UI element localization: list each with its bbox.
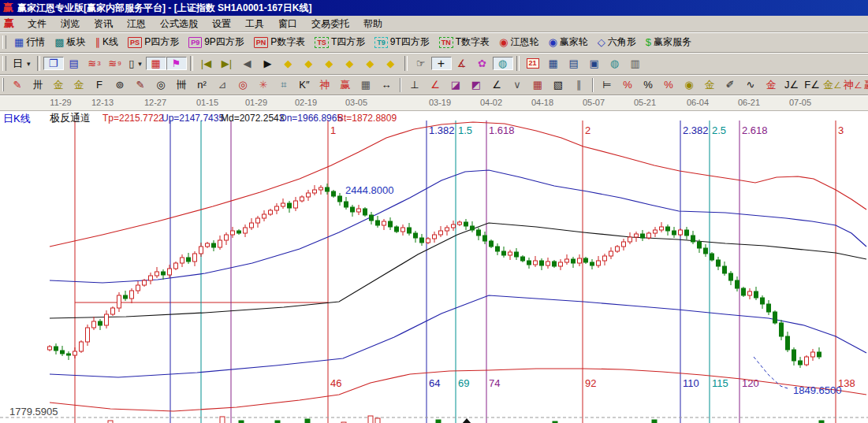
menu-gann[interactable]: 江恩 — [120, 17, 153, 30]
starburst-tool[interactable]: ✳ — [253, 78, 274, 91]
wave9-button[interactable]: ≋9 — [105, 57, 125, 70]
menu-trade[interactable]: 交易委托 — [304, 17, 356, 30]
menu-settings[interactable]: 设置 — [205, 17, 238, 30]
gann-wheel-button[interactable]: ◉江恩轮 — [494, 34, 543, 50]
dropdown-arrow-icon[interactable]: ▾ — [27, 60, 31, 68]
brain-tool-button[interactable]: ◍ — [493, 57, 513, 70]
candlestick-chart[interactable]: 1461.382641.5691.618742922.3821102.51152… — [0, 111, 868, 423]
wave-tool[interactable]: ∿ — [740, 78, 761, 91]
comb-dense-tool[interactable]: 卌 — [171, 78, 192, 91]
f-comb-tool[interactable]: F — [89, 78, 110, 91]
comb-tool[interactable]: 卅 — [28, 78, 48, 91]
v-lines-tool[interactable]: ∨ — [507, 78, 527, 91]
hand-tool-button[interactable]: ☞ — [411, 57, 431, 70]
t-square-button[interactable]: TST四方形 — [310, 34, 370, 50]
shen-comb-tool[interactable]: 神 — [315, 78, 335, 91]
pen-flag-tool[interactable]: ✐ — [720, 78, 740, 91]
toolbar-handle[interactable] — [2, 78, 4, 92]
calculator-button[interactable]: ▦ — [543, 57, 564, 70]
fan-box2-tool[interactable]: ◩ — [466, 78, 486, 91]
calendar-button[interactable]: 21 — [523, 57, 543, 70]
width-arrow-tool[interactable]: ↔ — [376, 78, 397, 91]
p-square-button[interactable]: PSP四方形 — [123, 34, 184, 50]
save-button[interactable]: ▣ — [584, 57, 605, 70]
toolbar-handle[interactable] — [2, 56, 6, 71]
gold-line-tool[interactable]: 金 — [699, 78, 720, 91]
winner-wheel-button[interactable]: ◉赢家轮 — [543, 34, 592, 50]
t-number-button[interactable]: TNT数字表 — [434, 34, 494, 50]
dropdown-arrow-icon[interactable]: ▾ — [138, 60, 142, 68]
percent-slash-tool[interactable]: % — [617, 78, 638, 91]
notes-button[interactable]: ▤ — [564, 57, 584, 70]
kline-button[interactable]: ∥K线 — [91, 34, 124, 50]
brush-tool[interactable]: ✎ — [7, 78, 28, 91]
winner-service-button[interactable]: $赢家服务 — [641, 34, 696, 50]
ying-comb-tool[interactable]: 赢 — [335, 78, 356, 91]
menu-help[interactable]: 帮助 — [356, 17, 389, 30]
print-button[interactable]: ▥ — [625, 57, 646, 70]
web-grid-tool[interactable]: ⌗ — [274, 78, 294, 91]
flower-tool-button[interactable]: ✿ — [472, 57, 493, 70]
menu-window[interactable]: 窗口 — [271, 17, 304, 30]
gold-comb-tool[interactable]: 金 — [48, 78, 69, 91]
p9-square-button[interactable]: P99P四方形 — [184, 34, 249, 50]
ratio-table-tool[interactable]: ⊨ — [597, 78, 617, 91]
gold-comb2-tool[interactable]: 金 — [69, 78, 89, 91]
diamond-zoom-in-button[interactable]: ◆ — [381, 57, 401, 70]
diamond-pan-right-button[interactable]: ◆ — [299, 57, 319, 70]
diamond-pan-left-button[interactable]: ◆ — [278, 57, 299, 70]
cycle-circle-tool[interactable]: ◎ — [151, 78, 171, 91]
gold-circle-tool[interactable]: ◉ — [679, 78, 699, 91]
f-angle-tool[interactable]: F∠ — [802, 78, 822, 91]
tsquare-tool[interactable]: ⊥ — [404, 78, 425, 91]
crosshair-button[interactable]: + — [431, 57, 452, 70]
shen-angle-tool[interactable]: 神∠ — [843, 78, 863, 91]
circle-target-tool[interactable]: ◎ — [233, 78, 253, 91]
window-layout-button[interactable]: ❐ — [43, 57, 64, 70]
pencil-red-tool[interactable]: ✎ — [130, 78, 151, 91]
angle-lines-tool[interactable]: ∠ — [486, 78, 507, 91]
percent-tool[interactable]: % — [638, 78, 658, 91]
first-bar-button[interactable]: |◀ — [196, 57, 217, 70]
percent-line-tool[interactable]: % — [658, 78, 679, 91]
diamond-zoom-out-h-button[interactable]: ◆ — [319, 57, 340, 70]
angle-tool-button[interactable]: ∡ — [452, 57, 472, 70]
menu-file[interactable]: 文件 — [20, 17, 54, 30]
ying-angle-tool[interactable]: 赢∠ — [863, 78, 868, 91]
next-bar-button[interactable]: ▶ — [258, 57, 278, 70]
gold-red-tool[interactable]: 金 — [761, 78, 781, 91]
k-quote-tool[interactable]: K″ — [294, 78, 315, 91]
pattern-button[interactable]: ▦ — [146, 57, 166, 70]
angle-ruler-tool[interactable]: ⊿ — [212, 78, 233, 91]
p-number-button[interactable]: PNP数字表 — [249, 34, 311, 50]
grid-red-tool[interactable]: ▦ — [527, 78, 548, 91]
quote-button[interactable]: ▦行情 — [9, 34, 50, 50]
gold-angle-tool[interactable]: 金∠ — [822, 78, 843, 91]
fan-box-tool[interactable]: ◪ — [445, 78, 466, 91]
flag-button[interactable]: ⚑ — [166, 57, 187, 70]
toolbar-handle[interactable] — [2, 35, 6, 50]
t9-square-button[interactable]: T99T四方形 — [370, 34, 434, 50]
j-angle-tool[interactable]: J∠ — [781, 78, 802, 91]
n2-tool[interactable]: n² — [192, 78, 212, 91]
candle-style-button[interactable]: ▯▾ — [125, 57, 146, 70]
hexagon-button[interactable]: ◇六角形 — [593, 34, 641, 50]
menu-news[interactable]: 资讯 — [87, 17, 120, 30]
spiral-tool[interactable]: ⊚ — [110, 78, 130, 91]
parallel-lines-tool[interactable]: ∥ — [568, 78, 589, 91]
menu-formula-picker[interactable]: 公式选股 — [153, 17, 205, 30]
diamond-zoom-out-button[interactable]: ◆ — [360, 57, 381, 70]
info-panel-button[interactable]: ▤ — [64, 57, 84, 70]
sector-button[interactable]: ▩板块 — [50, 34, 90, 50]
grid-arrow-tool[interactable]: ▧ — [548, 78, 568, 91]
gann-fan-tool[interactable]: ∠ — [425, 78, 445, 91]
period-select[interactable]: 日▾ — [9, 57, 34, 70]
menu-browse[interactable]: 浏览 — [54, 17, 87, 30]
wave3-button[interactable]: ≋3 — [84, 57, 105, 70]
menu-tools[interactable]: 工具 — [238, 17, 271, 30]
prev-bar-button[interactable]: ◀ — [237, 57, 258, 70]
diamond-zoom-in-h-button[interactable]: ◆ — [340, 57, 360, 70]
web-export-button[interactable]: ◍ — [605, 57, 625, 70]
grid123-tool[interactable]: ▦ — [356, 78, 376, 91]
last-bar-button[interactable]: ▶| — [217, 57, 237, 70]
